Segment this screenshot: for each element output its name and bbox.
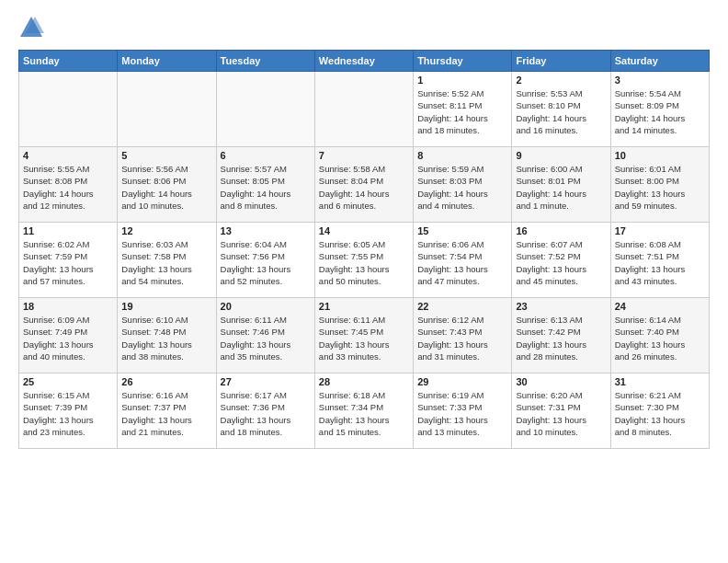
calendar-day-cell: 18Sunrise: 6:09 AM Sunset: 7:49 PM Dayli… bbox=[19, 298, 118, 373]
day-info: Sunrise: 6:13 AM Sunset: 7:42 PM Dayligh… bbox=[516, 314, 606, 362]
calendar-day-cell: 28Sunrise: 6:18 AM Sunset: 7:34 PM Dayli… bbox=[314, 373, 413, 449]
day-number: 17 bbox=[615, 225, 705, 236]
calendar-day-cell: 19Sunrise: 6:10 AM Sunset: 7:48 PM Dayli… bbox=[118, 298, 216, 373]
calendar-day-cell: 10Sunrise: 6:01 AM Sunset: 8:00 PM Dayli… bbox=[610, 147, 709, 223]
logo bbox=[18, 15, 46, 40]
day-info: Sunrise: 6:11 AM Sunset: 7:45 PM Dayligh… bbox=[319, 314, 409, 362]
day-info: Sunrise: 5:54 AM Sunset: 8:09 PM Dayligh… bbox=[615, 87, 705, 136]
day-number: 15 bbox=[417, 225, 507, 236]
day-number: 18 bbox=[23, 301, 113, 312]
calendar-day-cell: 25Sunrise: 6:15 AM Sunset: 7:39 PM Dayli… bbox=[19, 373, 118, 449]
day-info: Sunrise: 6:02 AM Sunset: 7:59 PM Dayligh… bbox=[23, 238, 113, 287]
day-info: Sunrise: 6:19 AM Sunset: 7:33 PM Dayligh… bbox=[417, 389, 507, 438]
calendar-day-header: Wednesday bbox=[314, 51, 413, 72]
day-number: 16 bbox=[516, 225, 606, 236]
day-info: Sunrise: 6:21 AM Sunset: 7:30 PM Dayligh… bbox=[615, 389, 705, 438]
day-info: Sunrise: 6:10 AM Sunset: 7:48 PM Dayligh… bbox=[121, 314, 211, 362]
calendar-day-cell: 9Sunrise: 6:00 AM Sunset: 8:01 PM Daylig… bbox=[512, 147, 610, 223]
calendar-day-cell: 16Sunrise: 6:07 AM Sunset: 7:52 PM Dayli… bbox=[512, 223, 610, 298]
day-info: Sunrise: 6:00 AM Sunset: 8:01 PM Dayligh… bbox=[516, 163, 606, 212]
day-info: Sunrise: 6:05 AM Sunset: 7:55 PM Dayligh… bbox=[319, 238, 409, 287]
day-number: 31 bbox=[615, 376, 705, 387]
day-number: 23 bbox=[516, 301, 606, 312]
day-info: Sunrise: 6:07 AM Sunset: 7:52 PM Dayligh… bbox=[516, 238, 606, 287]
calendar-day-cell: 26Sunrise: 6:16 AM Sunset: 7:37 PM Dayli… bbox=[118, 373, 216, 449]
calendar-day-cell: 22Sunrise: 6:12 AM Sunset: 7:43 PM Dayli… bbox=[414, 298, 512, 373]
calendar-day-cell: 12Sunrise: 6:03 AM Sunset: 7:58 PM Dayli… bbox=[118, 223, 216, 298]
day-number: 27 bbox=[221, 376, 311, 387]
day-number: 13 bbox=[221, 225, 311, 236]
day-number: 8 bbox=[417, 150, 507, 161]
day-number: 2 bbox=[516, 75, 606, 86]
calendar-day-cell bbox=[216, 72, 314, 147]
calendar-day-cell: 30Sunrise: 6:20 AM Sunset: 7:31 PM Dayli… bbox=[512, 373, 610, 449]
day-info: Sunrise: 6:06 AM Sunset: 7:54 PM Dayligh… bbox=[417, 238, 507, 287]
day-info: Sunrise: 6:11 AM Sunset: 7:46 PM Dayligh… bbox=[221, 314, 311, 362]
logo-icon bbox=[18, 15, 44, 40]
day-number: 4 bbox=[23, 150, 113, 161]
calendar-day-cell: 3Sunrise: 5:54 AM Sunset: 8:09 PM Daylig… bbox=[610, 72, 709, 147]
calendar-day-cell: 1Sunrise: 5:52 AM Sunset: 8:11 PM Daylig… bbox=[414, 72, 512, 147]
day-info: Sunrise: 6:17 AM Sunset: 7:36 PM Dayligh… bbox=[221, 389, 311, 438]
calendar-day-cell: 29Sunrise: 6:19 AM Sunset: 7:33 PM Dayli… bbox=[414, 373, 512, 449]
calendar-week-row: 18Sunrise: 6:09 AM Sunset: 7:49 PM Dayli… bbox=[19, 298, 710, 373]
calendar-week-row: 11Sunrise: 6:02 AM Sunset: 7:59 PM Dayli… bbox=[19, 223, 710, 298]
day-number: 21 bbox=[319, 301, 409, 312]
day-number: 26 bbox=[121, 376, 211, 387]
day-number: 30 bbox=[516, 376, 606, 387]
calendar-day-header: Tuesday bbox=[216, 51, 314, 72]
day-number: 12 bbox=[121, 225, 211, 236]
calendar-table: SundayMondayTuesdayWednesdayThursdayFrid… bbox=[18, 50, 710, 449]
day-info: Sunrise: 5:57 AM Sunset: 8:05 PM Dayligh… bbox=[221, 163, 311, 212]
calendar-day-cell: 20Sunrise: 6:11 AM Sunset: 7:46 PM Dayli… bbox=[216, 298, 314, 373]
calendar-day-header: Sunday bbox=[19, 51, 118, 72]
day-info: Sunrise: 5:53 AM Sunset: 8:10 PM Dayligh… bbox=[516, 87, 606, 136]
day-info: Sunrise: 5:56 AM Sunset: 8:06 PM Dayligh… bbox=[121, 163, 211, 212]
day-number: 19 bbox=[121, 301, 211, 312]
day-number: 29 bbox=[417, 376, 507, 387]
calendar-day-cell: 8Sunrise: 5:59 AM Sunset: 8:03 PM Daylig… bbox=[414, 147, 512, 223]
calendar-week-row: 4Sunrise: 5:55 AM Sunset: 8:08 PM Daylig… bbox=[19, 147, 710, 223]
day-number: 24 bbox=[615, 301, 705, 312]
day-info: Sunrise: 6:18 AM Sunset: 7:34 PM Dayligh… bbox=[319, 389, 409, 438]
calendar-day-cell: 14Sunrise: 6:05 AM Sunset: 7:55 PM Dayli… bbox=[314, 223, 413, 298]
day-number: 10 bbox=[615, 150, 705, 161]
day-info: Sunrise: 6:01 AM Sunset: 8:00 PM Dayligh… bbox=[615, 163, 705, 212]
day-number: 25 bbox=[23, 376, 113, 387]
calendar-day-cell bbox=[118, 72, 216, 147]
calendar-week-row: 25Sunrise: 6:15 AM Sunset: 7:39 PM Dayli… bbox=[19, 373, 710, 449]
calendar-day-header: Friday bbox=[512, 51, 610, 72]
calendar-day-cell: 6Sunrise: 5:57 AM Sunset: 8:05 PM Daylig… bbox=[216, 147, 314, 223]
calendar-day-cell bbox=[19, 72, 118, 147]
calendar-day-cell: 27Sunrise: 6:17 AM Sunset: 7:36 PM Dayli… bbox=[216, 373, 314, 449]
day-info: Sunrise: 5:52 AM Sunset: 8:11 PM Dayligh… bbox=[417, 87, 507, 136]
calendar-day-cell: 24Sunrise: 6:14 AM Sunset: 7:40 PM Dayli… bbox=[610, 298, 709, 373]
calendar-day-cell: 31Sunrise: 6:21 AM Sunset: 7:30 PM Dayli… bbox=[610, 373, 709, 449]
calendar-day-header: Thursday bbox=[414, 51, 512, 72]
day-number: 14 bbox=[319, 225, 409, 236]
calendar-day-cell: 4Sunrise: 5:55 AM Sunset: 8:08 PM Daylig… bbox=[19, 147, 118, 223]
page: SundayMondayTuesdayWednesdayThursdayFrid… bbox=[0, 0, 728, 563]
day-info: Sunrise: 6:12 AM Sunset: 7:43 PM Dayligh… bbox=[417, 314, 507, 362]
day-number: 11 bbox=[23, 225, 113, 236]
day-info: Sunrise: 6:03 AM Sunset: 7:58 PM Dayligh… bbox=[121, 238, 211, 287]
day-number: 28 bbox=[319, 376, 409, 387]
calendar-day-cell: 17Sunrise: 6:08 AM Sunset: 7:51 PM Dayli… bbox=[610, 223, 709, 298]
day-number: 1 bbox=[417, 75, 507, 86]
day-number: 7 bbox=[319, 150, 409, 161]
calendar-day-header: Saturday bbox=[610, 51, 709, 72]
day-info: Sunrise: 6:09 AM Sunset: 7:49 PM Dayligh… bbox=[23, 314, 113, 362]
day-info: Sunrise: 6:16 AM Sunset: 7:37 PM Dayligh… bbox=[121, 389, 211, 438]
header bbox=[18, 15, 710, 40]
day-info: Sunrise: 6:20 AM Sunset: 7:31 PM Dayligh… bbox=[516, 389, 606, 438]
day-number: 3 bbox=[615, 75, 705, 86]
calendar-day-cell: 11Sunrise: 6:02 AM Sunset: 7:59 PM Dayli… bbox=[19, 223, 118, 298]
calendar-header-row: SundayMondayTuesdayWednesdayThursdayFrid… bbox=[19, 51, 710, 72]
day-info: Sunrise: 5:55 AM Sunset: 8:08 PM Dayligh… bbox=[23, 163, 113, 212]
calendar-day-cell: 7Sunrise: 5:58 AM Sunset: 8:04 PM Daylig… bbox=[314, 147, 413, 223]
day-number: 6 bbox=[221, 150, 311, 161]
day-number: 20 bbox=[221, 301, 311, 312]
day-info: Sunrise: 6:04 AM Sunset: 7:56 PM Dayligh… bbox=[221, 238, 311, 287]
calendar-day-cell: 21Sunrise: 6:11 AM Sunset: 7:45 PM Dayli… bbox=[314, 298, 413, 373]
calendar-day-cell: 15Sunrise: 6:06 AM Sunset: 7:54 PM Dayli… bbox=[414, 223, 512, 298]
